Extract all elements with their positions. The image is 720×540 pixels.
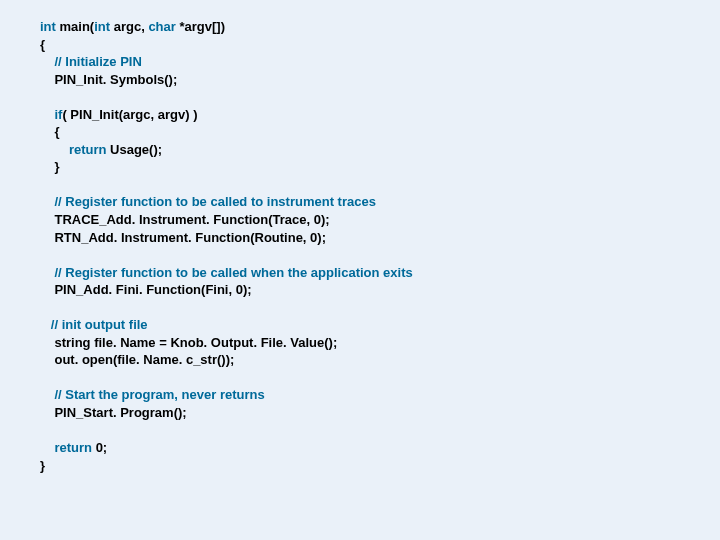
keyword-return: return	[54, 440, 92, 455]
code-comment-init-output: // init output file	[40, 316, 720, 334]
code-line-addfini: PIN_Add. Fini. Function(Fini, 0);	[40, 281, 720, 299]
blank-line	[40, 369, 720, 387]
code-line-return-0: return 0;	[40, 439, 720, 457]
indent	[40, 440, 54, 455]
code-line-filename: string file. Name = Knob. Output. File. …	[40, 334, 720, 352]
code-line-trace-add: TRACE_Add. Instrument. Function(Trace, 0…	[40, 211, 720, 229]
text: main(	[56, 19, 94, 34]
code-line-if: if( PIN_Init(argc, argv) )	[40, 106, 720, 124]
keyword-char: char	[148, 19, 175, 34]
code-line-brace: {	[40, 123, 720, 141]
text: Usage();	[106, 142, 162, 157]
blank-line	[40, 422, 720, 440]
code-line-rtn-add: RTN_Add. Instrument. Function(Routine, 0…	[40, 229, 720, 247]
blank-line	[40, 299, 720, 317]
indent	[40, 107, 54, 122]
text: argc,	[110, 19, 148, 34]
code-comment-register-traces: // Register function to be called to ins…	[40, 193, 720, 211]
text: 0;	[92, 440, 107, 455]
blank-line	[40, 176, 720, 194]
code-slide: int main(int argc, char *argv[]) { // In…	[0, 0, 720, 474]
blank-line	[40, 88, 720, 106]
code-line-signature: int main(int argc, char *argv[])	[40, 18, 720, 36]
keyword-int: int	[40, 19, 56, 34]
code-line-return-usage: return Usage();	[40, 141, 720, 159]
code-line-initsymbols: PIN_Init. Symbols();	[40, 71, 720, 89]
blank-line	[40, 246, 720, 264]
keyword-int: int	[94, 19, 110, 34]
code-line-outopen: out. open(file. Name. c_str());	[40, 351, 720, 369]
code-line-startprogram: PIN_Start. Program();	[40, 404, 720, 422]
indent	[40, 142, 69, 157]
code-line-final-brace: }	[40, 457, 720, 475]
text: ( PIN_Init(argc, argv) )	[62, 107, 197, 122]
code-comment-init-pin: // Initialize PIN	[40, 53, 720, 71]
code-comment-start-program: // Start the program, never returns	[40, 386, 720, 404]
code-line-brace-open: {	[40, 36, 720, 54]
keyword-return: return	[69, 142, 107, 157]
code-comment-register-exit: // Register function to be called when t…	[40, 264, 720, 282]
code-line-brace-close: }	[40, 158, 720, 176]
text: *argv[])	[176, 19, 225, 34]
